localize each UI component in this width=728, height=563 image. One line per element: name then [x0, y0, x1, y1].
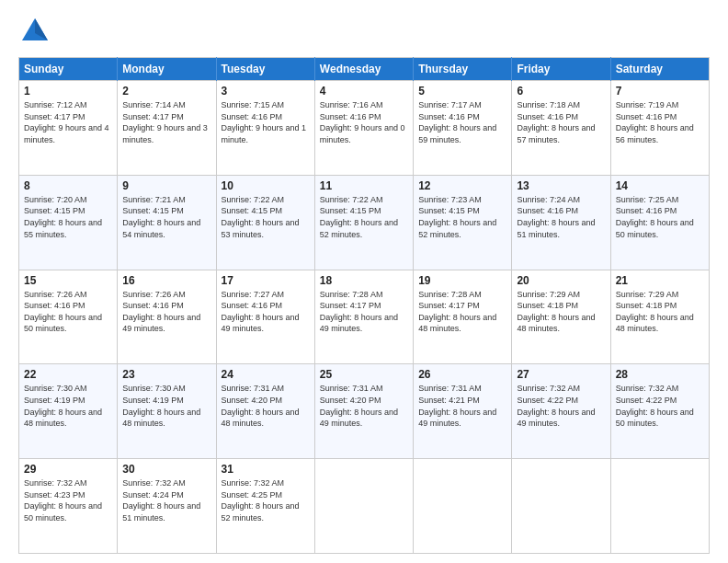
day-number: 26	[418, 368, 506, 381]
calendar-cell: 17Sunrise: 7:27 AMSunset: 4:16 PMDayligh…	[216, 270, 314, 364]
header	[18, 15, 710, 48]
day-info: Sunrise: 7:32 AMSunset: 4:24 PMDaylight:…	[122, 477, 210, 523]
calendar-cell	[512, 459, 610, 554]
day-number: 31	[222, 463, 310, 476]
calendar-cell: 13Sunrise: 7:24 AMSunset: 4:16 PMDayligh…	[512, 175, 610, 270]
calendar-cell: 2Sunrise: 7:14 AMSunset: 4:17 PMDaylight…	[118, 81, 216, 176]
calendar-body: 1Sunrise: 7:12 AMSunset: 4:17 PMDaylight…	[19, 81, 710, 554]
day-number: 28	[616, 368, 704, 381]
calendar-cell: 15Sunrise: 7:26 AMSunset: 4:16 PMDayligh…	[19, 270, 118, 364]
day-number: 11	[320, 179, 408, 192]
calendar-cell: 6Sunrise: 7:18 AMSunset: 4:16 PMDaylight…	[512, 81, 610, 176]
weekday-header: Sunday	[19, 58, 118, 81]
weekday-header: Tuesday	[216, 58, 314, 81]
day-number: 14	[616, 179, 704, 192]
day-info: Sunrise: 7:29 AMSunset: 4:18 PMDaylight:…	[517, 289, 605, 335]
day-info: Sunrise: 7:22 AMSunset: 4:15 PMDaylight:…	[222, 194, 310, 240]
day-info: Sunrise: 7:19 AMSunset: 4:16 PMDaylight:…	[616, 99, 704, 145]
calendar-cell: 26Sunrise: 7:31 AMSunset: 4:21 PMDayligh…	[414, 364, 512, 459]
logo-icon	[18, 15, 51, 48]
weekday-header: Wednesday	[314, 58, 413, 81]
calendar-cell: 29Sunrise: 7:32 AMSunset: 4:23 PMDayligh…	[19, 459, 118, 554]
calendar-cell: 11Sunrise: 7:22 AMSunset: 4:15 PMDayligh…	[314, 175, 413, 270]
day-number: 29	[24, 463, 112, 476]
day-number: 16	[122, 274, 210, 287]
calendar-cell: 22Sunrise: 7:30 AMSunset: 4:19 PMDayligh…	[19, 364, 118, 459]
calendar-cell: 18Sunrise: 7:28 AMSunset: 4:17 PMDayligh…	[314, 270, 413, 364]
day-number: 10	[222, 179, 310, 192]
weekday-header: Saturday	[610, 58, 709, 81]
day-number: 1	[24, 85, 112, 98]
day-info: Sunrise: 7:29 AMSunset: 4:18 PMDaylight:…	[616, 289, 704, 335]
day-number: 5	[418, 85, 506, 98]
day-info: Sunrise: 7:23 AMSunset: 4:15 PMDaylight:…	[418, 194, 506, 240]
day-number: 7	[616, 85, 704, 98]
day-info: Sunrise: 7:31 AMSunset: 4:20 PMDaylight:…	[222, 383, 310, 429]
day-number: 17	[222, 274, 310, 287]
day-info: Sunrise: 7:22 AMSunset: 4:15 PMDaylight:…	[320, 194, 408, 240]
day-info: Sunrise: 7:28 AMSunset: 4:17 PMDaylight:…	[320, 289, 408, 335]
calendar-week-row: 1Sunrise: 7:12 AMSunset: 4:17 PMDaylight…	[19, 81, 710, 176]
calendar-cell	[414, 459, 512, 554]
calendar-cell: 3Sunrise: 7:15 AMSunset: 4:16 PMDaylight…	[216, 81, 314, 176]
day-info: Sunrise: 7:16 AMSunset: 4:16 PMDaylight:…	[320, 99, 408, 145]
day-number: 21	[616, 274, 704, 287]
calendar-cell: 16Sunrise: 7:26 AMSunset: 4:16 PMDayligh…	[118, 270, 216, 364]
calendar-cell: 25Sunrise: 7:31 AMSunset: 4:20 PMDayligh…	[314, 364, 413, 459]
calendar-week-row: 22Sunrise: 7:30 AMSunset: 4:19 PMDayligh…	[19, 364, 710, 459]
day-number: 2	[122, 85, 210, 98]
day-number: 30	[122, 463, 210, 476]
day-info: Sunrise: 7:15 AMSunset: 4:16 PMDaylight:…	[222, 99, 310, 145]
calendar-cell: 30Sunrise: 7:32 AMSunset: 4:24 PMDayligh…	[118, 459, 216, 554]
day-number: 22	[24, 368, 112, 381]
calendar-week-row: 8Sunrise: 7:20 AMSunset: 4:15 PMDaylight…	[19, 175, 710, 270]
day-info: Sunrise: 7:30 AMSunset: 4:19 PMDaylight:…	[122, 383, 210, 429]
calendar-cell: 27Sunrise: 7:32 AMSunset: 4:22 PMDayligh…	[512, 364, 610, 459]
day-info: Sunrise: 7:32 AMSunset: 4:22 PMDaylight:…	[517, 383, 605, 429]
calendar-cell: 9Sunrise: 7:21 AMSunset: 4:15 PMDaylight…	[118, 175, 216, 270]
day-info: Sunrise: 7:25 AMSunset: 4:16 PMDaylight:…	[616, 194, 704, 240]
day-info: Sunrise: 7:30 AMSunset: 4:19 PMDaylight:…	[24, 383, 112, 429]
calendar-cell: 19Sunrise: 7:28 AMSunset: 4:17 PMDayligh…	[414, 270, 512, 364]
calendar-cell: 24Sunrise: 7:31 AMSunset: 4:20 PMDayligh…	[216, 364, 314, 459]
calendar-cell: 10Sunrise: 7:22 AMSunset: 4:15 PMDayligh…	[216, 175, 314, 270]
day-info: Sunrise: 7:32 AMSunset: 4:22 PMDaylight:…	[616, 383, 704, 429]
calendar-week-row: 15Sunrise: 7:26 AMSunset: 4:16 PMDayligh…	[19, 270, 710, 364]
calendar-cell: 12Sunrise: 7:23 AMSunset: 4:15 PMDayligh…	[414, 175, 512, 270]
day-number: 19	[418, 274, 506, 287]
day-info: Sunrise: 7:31 AMSunset: 4:21 PMDaylight:…	[418, 383, 506, 429]
calendar-cell: 20Sunrise: 7:29 AMSunset: 4:18 PMDayligh…	[512, 270, 610, 364]
day-number: 20	[517, 274, 605, 287]
weekday-header: Friday	[512, 58, 610, 81]
day-number: 23	[122, 368, 210, 381]
calendar-cell: 1Sunrise: 7:12 AMSunset: 4:17 PMDaylight…	[19, 81, 118, 176]
day-info: Sunrise: 7:26 AMSunset: 4:16 PMDaylight:…	[24, 289, 112, 335]
day-info: Sunrise: 7:27 AMSunset: 4:16 PMDaylight:…	[222, 289, 310, 335]
day-number: 4	[320, 85, 408, 98]
day-number: 8	[24, 179, 112, 192]
calendar-cell: 31Sunrise: 7:32 AMSunset: 4:25 PMDayligh…	[216, 459, 314, 554]
calendar-cell	[610, 459, 709, 554]
calendar-cell: 8Sunrise: 7:20 AMSunset: 4:15 PMDaylight…	[19, 175, 118, 270]
calendar-cell: 28Sunrise: 7:32 AMSunset: 4:22 PMDayligh…	[610, 364, 709, 459]
day-info: Sunrise: 7:17 AMSunset: 4:16 PMDaylight:…	[418, 99, 506, 145]
day-info: Sunrise: 7:32 AMSunset: 4:23 PMDaylight:…	[24, 477, 112, 523]
calendar-cell: 4Sunrise: 7:16 AMSunset: 4:16 PMDaylight…	[314, 81, 413, 176]
day-info: Sunrise: 7:24 AMSunset: 4:16 PMDaylight:…	[517, 194, 605, 240]
calendar-table: SundayMondayTuesdayWednesdayThursdayFrid…	[18, 57, 710, 554]
day-number: 18	[320, 274, 408, 287]
day-number: 13	[517, 179, 605, 192]
header-row: SundayMondayTuesdayWednesdayThursdayFrid…	[19, 58, 710, 81]
day-number: 6	[517, 85, 605, 98]
day-number: 9	[122, 179, 210, 192]
calendar-cell: 5Sunrise: 7:17 AMSunset: 4:16 PMDaylight…	[414, 81, 512, 176]
day-info: Sunrise: 7:12 AMSunset: 4:17 PMDaylight:…	[24, 99, 112, 145]
calendar-header: SundayMondayTuesdayWednesdayThursdayFrid…	[19, 58, 710, 81]
day-number: 15	[24, 274, 112, 287]
calendar-cell: 21Sunrise: 7:29 AMSunset: 4:18 PMDayligh…	[610, 270, 709, 364]
day-info: Sunrise: 7:28 AMSunset: 4:17 PMDaylight:…	[418, 289, 506, 335]
day-info: Sunrise: 7:20 AMSunset: 4:15 PMDaylight:…	[24, 194, 112, 240]
calendar-cell: 14Sunrise: 7:25 AMSunset: 4:16 PMDayligh…	[610, 175, 709, 270]
page: SundayMondayTuesdayWednesdayThursdayFrid…	[0, 0, 728, 563]
calendar-cell: 23Sunrise: 7:30 AMSunset: 4:19 PMDayligh…	[118, 364, 216, 459]
